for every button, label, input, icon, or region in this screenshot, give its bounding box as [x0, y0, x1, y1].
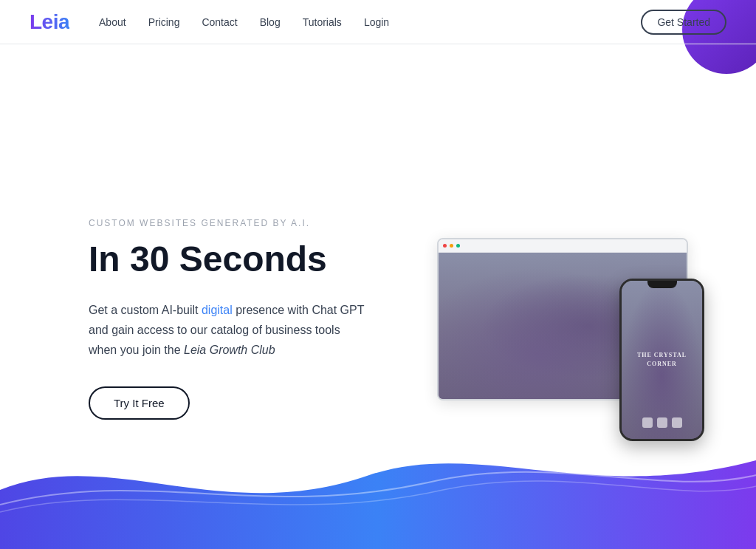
window-dot-red: [443, 244, 447, 248]
mobile-icons: [642, 417, 682, 428]
main-nav: About Pricing Contact Blog Tutorials Log…: [99, 16, 641, 28]
try-it-free-button[interactable]: Try It Free: [89, 386, 190, 420]
hero-section: CUSTOM WEBSITES GENERATED BY A.I. In 30 …: [0, 44, 756, 549]
window-dot-green: [456, 244, 460, 248]
window-dot-yellow: [450, 244, 453, 248]
hero-desc-italic: Leia Growth Club: [184, 344, 275, 356]
hero-description: Get a custom AI-built digital presence w…: [89, 300, 369, 361]
logo[interactable]: Leia: [30, 10, 69, 34]
nav-item-blog[interactable]: Blog: [260, 16, 281, 28]
header: Leia About Pricing Contact Blog Tutorial…: [0, 0, 756, 44]
nav-item-login[interactable]: Login: [364, 16, 389, 28]
hero-desc-highlight: digital: [202, 304, 233, 316]
hero-subtitle: CUSTOM WEBSITES GENERATED BY A.I.: [89, 218, 399, 228]
desktop-topbar: [439, 239, 687, 253]
mobile-screen: THE CRYSTALCORNER: [622, 281, 702, 439]
hero-title: In 30 Seconds: [89, 240, 399, 279]
nav-item-pricing[interactable]: Pricing: [148, 16, 180, 28]
hero-content: CUSTOM WEBSITES GENERATED BY A.I. In 30 …: [89, 218, 428, 420]
nav-item-about[interactable]: About: [99, 16, 126, 28]
hero-mockups: THE CRYSTAL COR THE CRYSTALCORNER: [428, 190, 697, 449]
mobile-icon-3: [672, 417, 682, 428]
get-started-button[interactable]: Get Started: [641, 10, 726, 35]
mobile-icon-2: [657, 417, 667, 428]
nav-item-contact[interactable]: Contact: [202, 16, 237, 28]
nav-item-tutorials[interactable]: Tutorials: [303, 16, 342, 28]
hero-desc-start: Get a custom AI-built: [89, 304, 202, 316]
mobile-mockup: THE CRYSTALCORNER: [619, 279, 704, 441]
mobile-icon-1: [642, 417, 653, 428]
mobile-notch: [647, 281, 677, 288]
mobile-overlay-text: THE CRYSTALCORNER: [637, 351, 687, 367]
